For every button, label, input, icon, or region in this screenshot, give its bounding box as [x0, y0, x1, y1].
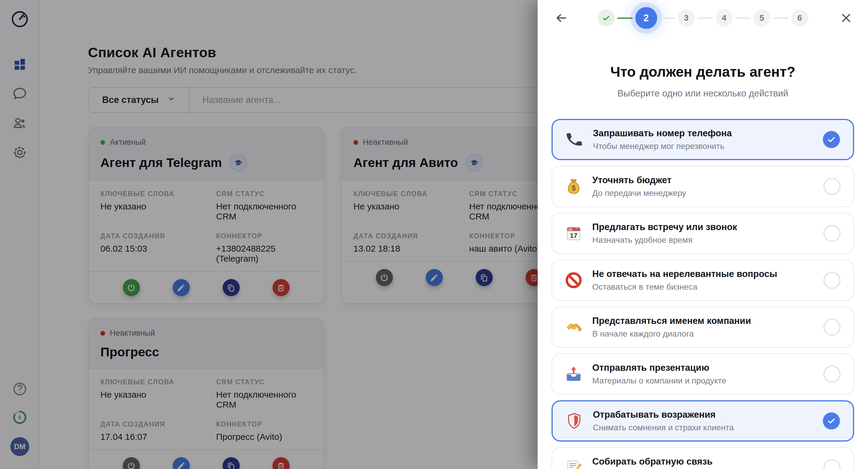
- wizard-option[interactable]: Отправлять презентацию Материалы о компа…: [552, 354, 854, 395]
- option-checkbox[interactable]: [824, 319, 841, 336]
- option-title: Уточнять бюджет: [592, 175, 686, 186]
- step-connector: [736, 18, 751, 19]
- option-checkbox[interactable]: [824, 365, 841, 382]
- wizard-options-list: Запрашивать номер телефона Чтобы менедже…: [552, 119, 854, 469]
- wizard-step-1 check-icon[interactable]: [597, 9, 615, 27]
- option-subtitle: В начале каждого диалога: [592, 329, 751, 339]
- outbox-icon: [564, 364, 583, 384]
- option-subtitle: Чтобы менеджер мог перезвонить: [593, 142, 732, 151]
- steps-track: 23456: [597, 7, 808, 29]
- option-title: Представляться именем компании: [592, 315, 751, 326]
- option-title: Отрабатывать возражения: [593, 409, 734, 420]
- wizard-option selected[interactable]: Запрашивать номер телефона Чтобы менедже…: [552, 119, 854, 160]
- memo-icon: [564, 458, 583, 469]
- wizard-title: Что должен делать агент?: [538, 64, 868, 80]
- wizard-option[interactable]: Собирать обратную связь После завершения…: [552, 447, 854, 469]
- option-subtitle: Оставаться в теме бизнеса: [592, 282, 777, 292]
- wizard-option[interactable]: Представляться именем компании В начале …: [552, 306, 854, 348]
- option-subtitle: До передачи менеджеру: [592, 189, 686, 198]
- wizard-option[interactable]: $ Уточнять бюджет До передачи менеджеру: [552, 166, 854, 207]
- option-title: Не отвечать на нерелевантные вопросы: [592, 269, 777, 279]
- step-connector: [698, 18, 713, 19]
- noentry-icon: [564, 270, 583, 290]
- handshake-icon: [564, 317, 583, 337]
- step-connector: [617, 18, 633, 19]
- wizard-step-3[interactable]: 3: [678, 9, 695, 27]
- step-connector: [773, 18, 788, 19]
- wizard-modal: 23456 Что должен делать агент? Выберите …: [538, 0, 868, 469]
- moneybag-icon: $: [564, 177, 583, 196]
- option-checkbox[interactable]: [824, 272, 841, 289]
- wizard-step-2[interactable]: 2: [636, 7, 657, 29]
- wizard-step-4[interactable]: 4: [716, 9, 733, 27]
- option-checkbox[interactable]: [824, 459, 841, 469]
- option-subtitle: Материалы о компании и продукте: [592, 376, 726, 386]
- shield-icon: [564, 411, 584, 431]
- wizard-option[interactable]: JUL17 Предлагать встречу или звонок Назн…: [552, 213, 854, 254]
- option-checkbox[interactable]: [823, 131, 840, 148]
- option-checkbox[interactable]: [824, 178, 841, 195]
- phone-icon: [564, 130, 584, 149]
- calendar-icon: JUL17: [564, 224, 583, 243]
- wizard-step-5[interactable]: 5: [753, 9, 771, 27]
- option-checkbox[interactable]: [823, 412, 840, 430]
- wizard-option[interactable]: Не отвечать на нерелевантные вопросы Ост…: [552, 260, 854, 301]
- option-title: Отправлять презентацию: [592, 363, 726, 373]
- step-connector: [660, 18, 675, 19]
- option-checkbox[interactable]: [824, 225, 841, 242]
- app-root: DM Список AI Агентов Управляйте вашими И…: [0, 0, 868, 469]
- option-title: Предлагать встречу или звонок: [592, 222, 737, 232]
- wizard-subtitle: Выберите одно или несколько действий: [538, 88, 868, 99]
- option-title: Запрашивать номер телефона: [593, 128, 732, 139]
- option-subtitle: Назначать удобное время: [592, 235, 737, 245]
- option-subtitle: Снимать сомнения и страхи клиента: [593, 423, 734, 432]
- back-button arrow-left-icon[interactable]: [553, 10, 569, 26]
- wizard-step-6[interactable]: 6: [791, 9, 808, 27]
- wizard-steps: 23456: [538, 6, 868, 30]
- svg-text:$: $: [571, 184, 576, 192]
- close-button close-icon[interactable]: [838, 10, 855, 26]
- option-title: Собирать обратную связь: [592, 456, 738, 467]
- svg-text:JUL: JUL: [568, 228, 573, 231]
- svg-text:17: 17: [570, 232, 577, 239]
- wizard-option selected[interactable]: Отрабатывать возражения Снимать сомнения…: [552, 400, 854, 442]
